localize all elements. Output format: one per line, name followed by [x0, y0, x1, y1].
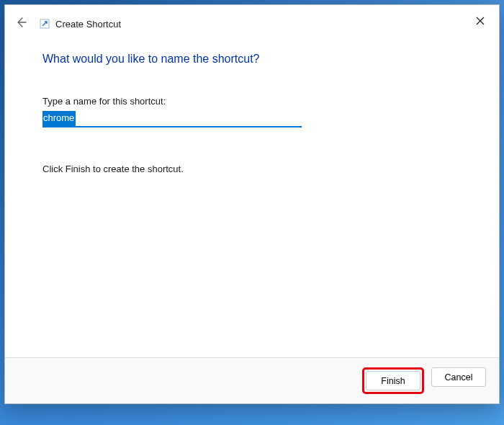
- dialog-content: What would you like to name the shortcut…: [5, 40, 499, 357]
- create-shortcut-dialog: Create Shortcut What would you like to n…: [4, 4, 500, 404]
- back-arrow-icon[interactable]: [15, 17, 27, 32]
- cancel-button[interactable]: Cancel: [431, 367, 486, 387]
- title-bar: Create Shortcut: [5, 5, 499, 40]
- shortcut-icon: [40, 19, 50, 29]
- shortcut-name-input[interactable]: chrome: [42, 111, 76, 126]
- dialog-title: Create Shortcut: [55, 19, 121, 30]
- shortcut-name-input-wrap[interactable]: chrome: [42, 111, 302, 128]
- finish-highlight: Finish: [362, 367, 424, 394]
- instruction-text: Click Finish to create the shortcut.: [42, 164, 467, 174]
- input-label: Type a name for this shortcut:: [42, 96, 467, 107]
- close-button[interactable]: [472, 12, 489, 30]
- finish-button[interactable]: Finish: [366, 371, 420, 390]
- page-heading: What would you like to name the shortcut…: [42, 53, 467, 66]
- button-bar: Finish Cancel: [5, 357, 499, 403]
